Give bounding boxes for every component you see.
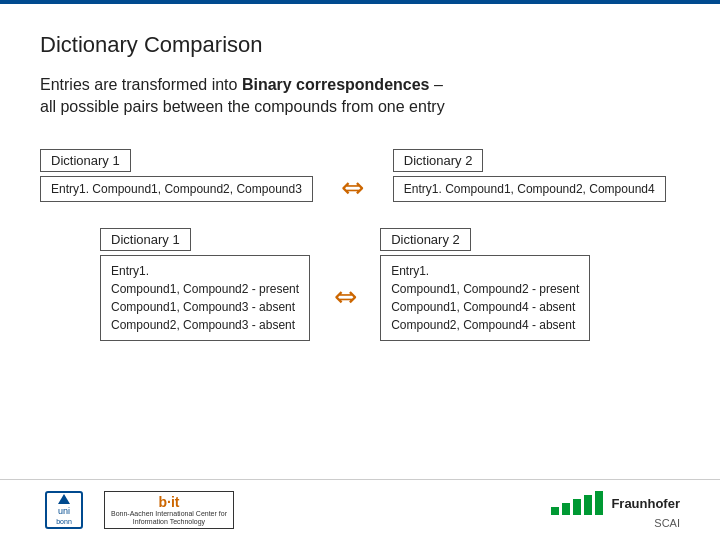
dict1-line1: Entry1. — [111, 264, 149, 278]
double-arrow-icon-1: ⇔ — [341, 171, 364, 204]
dict-block-right-2: Dictionary 2 Entry1. Compound1, Compound… — [380, 228, 590, 341]
bar-1 — [551, 507, 559, 515]
bar-3 — [573, 499, 581, 515]
footer: uni bonn b·it Bonn-Aachen International … — [0, 480, 720, 540]
dict2-label-row1: Dictionary 2 — [393, 149, 484, 172]
dict1-line3: Compound1, Compound3 - absent — [111, 300, 295, 314]
dict2-label-row2: Dictionary 2 — [380, 228, 471, 251]
bar-5 — [595, 491, 603, 515]
bar-2 — [562, 503, 570, 515]
dict1-line2: Compound1, Compound2 - present — [111, 282, 299, 296]
double-arrow-icon-2: ⇔ — [334, 280, 357, 313]
fraunhofer-logo: Fraunhofer — [551, 491, 680, 515]
bit-label: b·it — [158, 494, 179, 510]
bar-4 — [584, 495, 592, 515]
uni-bonn-logo: uni bonn — [40, 486, 88, 534]
page-title: Dictionary Comparison — [40, 24, 680, 58]
top-border — [0, 0, 720, 4]
dict2-line1: Entry1. — [391, 264, 429, 278]
diagram-row-1: Dictionary 1 Entry1. Compound1, Compound… — [40, 147, 680, 204]
svg-text:bonn: bonn — [56, 518, 72, 525]
dict-block-right-1: Dictionary 2 Entry1. Compound1, Compound… — [393, 149, 666, 202]
dict2-line2: Compound1, Compound2 - present — [391, 282, 579, 296]
dict1-line4: Compound2, Compound3 - absent — [111, 318, 295, 332]
subtitle-plain: Entries are transformed into — [40, 76, 242, 93]
uni-bonn-svg: uni bonn — [42, 488, 86, 532]
main-content: Dictionary Comparison Entries are transf… — [0, 4, 720, 341]
arrow-row1: ⇔ — [313, 171, 393, 204]
subtitle: Entries are transformed into Binary corr… — [40, 74, 680, 119]
fraunhofer-bars-icon — [551, 491, 603, 515]
arrow-row2: ⇔ — [310, 280, 380, 313]
subtitle-bold: Binary correspondences — [242, 76, 430, 93]
dict-block-left-1: Dictionary 1 Entry1. Compound1, Compound… — [40, 149, 313, 202]
dict1-entry-row2: Entry1. Compound1, Compound2 - present C… — [100, 255, 310, 341]
dict1-label-row2: Dictionary 1 — [100, 228, 191, 251]
bit-logo: b·it Bonn-Aachen International Center fo… — [104, 491, 234, 530]
svg-text:uni: uni — [58, 506, 70, 516]
dict-block-left-2: Dictionary 1 Entry1. Compound1, Compound… — [100, 228, 310, 341]
fraunhofer-section: Fraunhofer SCAI — [551, 491, 680, 529]
fraunhofer-label: Fraunhofer — [611, 496, 680, 511]
diagram-row-2: Dictionary 1 Entry1. Compound1, Compound… — [100, 228, 680, 341]
bit-subtext: Bonn-Aachen International Center forInfo… — [111, 510, 227, 527]
dict2-entry-row2: Entry1. Compound1, Compound2 - present C… — [380, 255, 590, 341]
dict2-entry-row1: Entry1. Compound1, Compound2, Compound4 — [393, 176, 666, 202]
svg-marker-3 — [58, 494, 70, 504]
dict1-entry-row1: Entry1. Compound1, Compound2, Compound3 — [40, 176, 313, 202]
scai-label: SCAI — [654, 517, 680, 529]
dict1-label-row1: Dictionary 1 — [40, 149, 131, 172]
dict2-line4: Compound2, Compound4 - absent — [391, 318, 575, 332]
dict2-line3: Compound1, Compound4 - absent — [391, 300, 575, 314]
